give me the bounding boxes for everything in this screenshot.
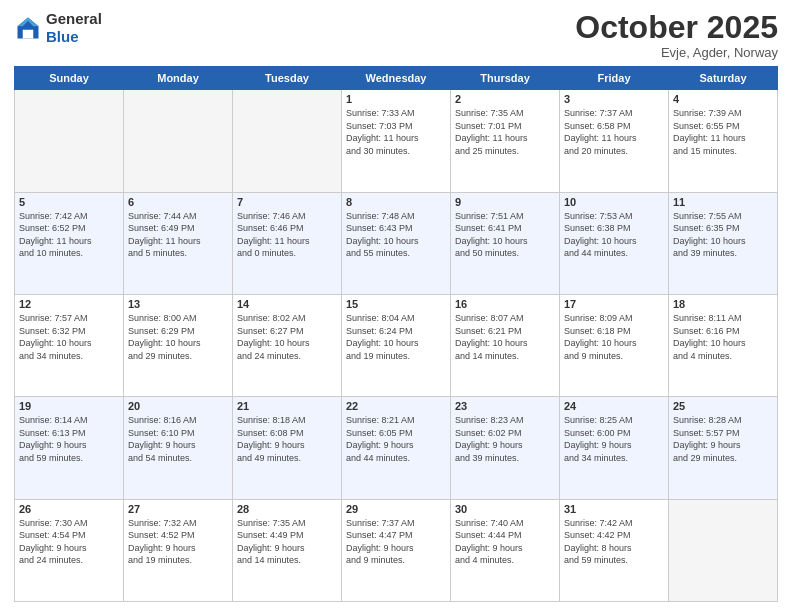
logo: General Blue [14,10,102,46]
day-info: Sunrise: 8:14 AM Sunset: 6:13 PM Dayligh… [19,414,119,464]
table-row: 8Sunrise: 7:48 AM Sunset: 6:43 PM Daylig… [342,192,451,294]
table-row: 4Sunrise: 7:39 AM Sunset: 6:55 PM Daylig… [669,90,778,192]
table-row: 2Sunrise: 7:35 AM Sunset: 7:01 PM Daylig… [451,90,560,192]
table-row: 13Sunrise: 8:00 AM Sunset: 6:29 PM Dayli… [124,294,233,396]
day-number: 18 [673,298,773,310]
table-row: 26Sunrise: 7:30 AM Sunset: 4:54 PM Dayli… [15,499,124,601]
table-row: 29Sunrise: 7:37 AM Sunset: 4:47 PM Dayli… [342,499,451,601]
day-info: Sunrise: 7:40 AM Sunset: 4:44 PM Dayligh… [455,517,555,567]
table-row: 1Sunrise: 7:33 AM Sunset: 7:03 PM Daylig… [342,90,451,192]
table-row: 24Sunrise: 8:25 AM Sunset: 6:00 PM Dayli… [560,397,669,499]
svg-rect-2 [23,30,34,39]
day-info: Sunrise: 8:00 AM Sunset: 6:29 PM Dayligh… [128,312,228,362]
day-info: Sunrise: 8:09 AM Sunset: 6:18 PM Dayligh… [564,312,664,362]
col-wednesday: Wednesday [342,67,451,90]
calendar-week-row: 5Sunrise: 7:42 AM Sunset: 6:52 PM Daylig… [15,192,778,294]
day-number: 8 [346,196,446,208]
calendar-week-row: 26Sunrise: 7:30 AM Sunset: 4:54 PM Dayli… [15,499,778,601]
day-number: 20 [128,400,228,412]
day-info: Sunrise: 7:42 AM Sunset: 6:52 PM Dayligh… [19,210,119,260]
day-number: 16 [455,298,555,310]
table-row [15,90,124,192]
day-number: 13 [128,298,228,310]
day-info: Sunrise: 8:02 AM Sunset: 6:27 PM Dayligh… [237,312,337,362]
header: General Blue October 2025 Evje, Agder, N… [14,10,778,60]
calendar-table: Sunday Monday Tuesday Wednesday Thursday… [14,66,778,602]
day-number: 7 [237,196,337,208]
day-number: 9 [455,196,555,208]
table-row: 19Sunrise: 8:14 AM Sunset: 6:13 PM Dayli… [15,397,124,499]
location-subtitle: Evje, Agder, Norway [575,45,778,60]
day-number: 23 [455,400,555,412]
table-row: 6Sunrise: 7:44 AM Sunset: 6:49 PM Daylig… [124,192,233,294]
day-info: Sunrise: 8:04 AM Sunset: 6:24 PM Dayligh… [346,312,446,362]
table-row: 20Sunrise: 8:16 AM Sunset: 6:10 PM Dayli… [124,397,233,499]
day-number: 22 [346,400,446,412]
calendar-week-row: 1Sunrise: 7:33 AM Sunset: 7:03 PM Daylig… [15,90,778,192]
table-row: 17Sunrise: 8:09 AM Sunset: 6:18 PM Dayli… [560,294,669,396]
day-info: Sunrise: 7:37 AM Sunset: 4:47 PM Dayligh… [346,517,446,567]
day-info: Sunrise: 8:25 AM Sunset: 6:00 PM Dayligh… [564,414,664,464]
table-row: 31Sunrise: 7:42 AM Sunset: 4:42 PM Dayli… [560,499,669,601]
day-number: 1 [346,93,446,105]
day-number: 2 [455,93,555,105]
day-number: 14 [237,298,337,310]
table-row: 21Sunrise: 8:18 AM Sunset: 6:08 PM Dayli… [233,397,342,499]
day-info: Sunrise: 7:30 AM Sunset: 4:54 PM Dayligh… [19,517,119,567]
table-row: 3Sunrise: 7:37 AM Sunset: 6:58 PM Daylig… [560,90,669,192]
day-number: 30 [455,503,555,515]
month-title: October 2025 [575,10,778,45]
day-info: Sunrise: 8:18 AM Sunset: 6:08 PM Dayligh… [237,414,337,464]
page: General Blue October 2025 Evje, Agder, N… [0,0,792,612]
calendar-header-row: Sunday Monday Tuesday Wednesday Thursday… [15,67,778,90]
day-number: 11 [673,196,773,208]
table-row: 28Sunrise: 7:35 AM Sunset: 4:49 PM Dayli… [233,499,342,601]
col-saturday: Saturday [669,67,778,90]
day-info: Sunrise: 7:42 AM Sunset: 4:42 PM Dayligh… [564,517,664,567]
day-info: Sunrise: 7:37 AM Sunset: 6:58 PM Dayligh… [564,107,664,157]
table-row: 30Sunrise: 7:40 AM Sunset: 4:44 PM Dayli… [451,499,560,601]
day-number: 25 [673,400,773,412]
title-block: October 2025 Evje, Agder, Norway [575,10,778,60]
day-number: 31 [564,503,664,515]
day-info: Sunrise: 8:07 AM Sunset: 6:21 PM Dayligh… [455,312,555,362]
table-row: 22Sunrise: 8:21 AM Sunset: 6:05 PM Dayli… [342,397,451,499]
table-row: 15Sunrise: 8:04 AM Sunset: 6:24 PM Dayli… [342,294,451,396]
day-info: Sunrise: 8:28 AM Sunset: 5:57 PM Dayligh… [673,414,773,464]
day-info: Sunrise: 7:35 AM Sunset: 4:49 PM Dayligh… [237,517,337,567]
table-row [124,90,233,192]
day-info: Sunrise: 7:55 AM Sunset: 6:35 PM Dayligh… [673,210,773,260]
col-tuesday: Tuesday [233,67,342,90]
table-row: 23Sunrise: 8:23 AM Sunset: 6:02 PM Dayli… [451,397,560,499]
day-number: 28 [237,503,337,515]
day-info: Sunrise: 7:57 AM Sunset: 6:32 PM Dayligh… [19,312,119,362]
col-monday: Monday [124,67,233,90]
day-number: 4 [673,93,773,105]
table-row: 9Sunrise: 7:51 AM Sunset: 6:41 PM Daylig… [451,192,560,294]
day-info: Sunrise: 7:39 AM Sunset: 6:55 PM Dayligh… [673,107,773,157]
col-thursday: Thursday [451,67,560,90]
table-row: 10Sunrise: 7:53 AM Sunset: 6:38 PM Dayli… [560,192,669,294]
day-info: Sunrise: 7:46 AM Sunset: 6:46 PM Dayligh… [237,210,337,260]
col-friday: Friday [560,67,669,90]
table-row: 27Sunrise: 7:32 AM Sunset: 4:52 PM Dayli… [124,499,233,601]
day-number: 3 [564,93,664,105]
day-info: Sunrise: 8:11 AM Sunset: 6:16 PM Dayligh… [673,312,773,362]
day-number: 17 [564,298,664,310]
table-row: 16Sunrise: 8:07 AM Sunset: 6:21 PM Dayli… [451,294,560,396]
day-number: 5 [19,196,119,208]
logo-blue: Blue [46,28,79,45]
table-row: 7Sunrise: 7:46 AM Sunset: 6:46 PM Daylig… [233,192,342,294]
day-number: 27 [128,503,228,515]
col-sunday: Sunday [15,67,124,90]
day-number: 21 [237,400,337,412]
day-info: Sunrise: 8:16 AM Sunset: 6:10 PM Dayligh… [128,414,228,464]
day-info: Sunrise: 7:53 AM Sunset: 6:38 PM Dayligh… [564,210,664,260]
day-number: 12 [19,298,119,310]
table-row: 25Sunrise: 8:28 AM Sunset: 5:57 PM Dayli… [669,397,778,499]
day-number: 29 [346,503,446,515]
table-row [233,90,342,192]
day-number: 24 [564,400,664,412]
day-info: Sunrise: 7:44 AM Sunset: 6:49 PM Dayligh… [128,210,228,260]
day-info: Sunrise: 7:48 AM Sunset: 6:43 PM Dayligh… [346,210,446,260]
